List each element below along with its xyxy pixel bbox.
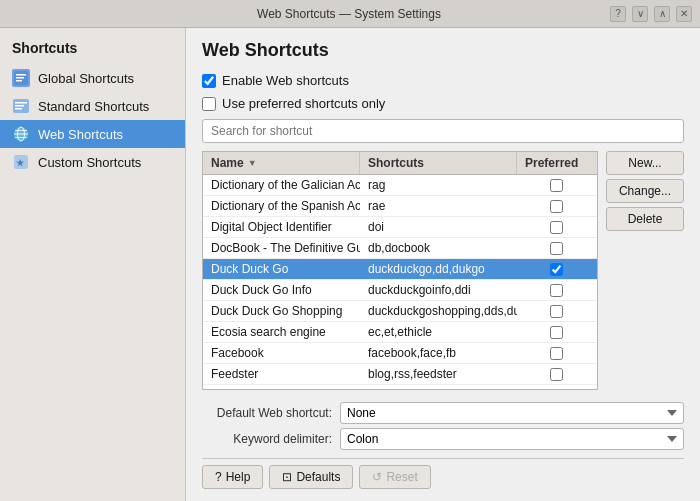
preferred-checkbox[interactable] bbox=[550, 263, 563, 276]
action-buttons: New... Change... Delete bbox=[598, 151, 684, 390]
cell-name: DocBook - The Definitive Guide bbox=[203, 238, 360, 258]
table-row[interactable]: Duck Duck Go Shoppingduckduckgoshopping,… bbox=[203, 301, 597, 322]
default-shortcut-row: Default Web shortcut: None bbox=[202, 402, 684, 424]
preferred-checkbox[interactable] bbox=[550, 389, 563, 390]
enable-web-shortcuts-label: Enable Web shortcuts bbox=[222, 73, 349, 88]
cell-name: Facebook bbox=[203, 343, 360, 363]
page-title: Web Shortcuts bbox=[202, 40, 684, 61]
preferred-shortcuts-label: Use preferred shortcuts only bbox=[222, 96, 385, 111]
change-button[interactable]: Change... bbox=[606, 179, 684, 203]
preferred-checkbox[interactable] bbox=[550, 284, 563, 297]
reset-button[interactable]: ↺ Reset bbox=[359, 465, 430, 489]
reset-icon: ↺ bbox=[372, 470, 382, 484]
table-header: Name ▼ Shortcuts Preferred bbox=[203, 152, 597, 175]
default-shortcut-select[interactable]: None bbox=[340, 402, 684, 424]
sidebar-label-standard: Standard Shortcuts bbox=[38, 99, 149, 114]
web-shortcuts-icon bbox=[12, 125, 30, 143]
delete-button[interactable]: Delete bbox=[606, 207, 684, 231]
table-area: Name ▼ Shortcuts Preferred Dictionary of… bbox=[202, 151, 684, 390]
cell-name: Duck Duck Go bbox=[203, 259, 360, 279]
preferred-checkbox[interactable] bbox=[550, 179, 563, 192]
svg-text:★: ★ bbox=[16, 158, 25, 168]
window-title: Web Shortcuts — System Settings bbox=[88, 7, 610, 21]
preferred-checkbox[interactable] bbox=[550, 326, 563, 339]
cell-shortcut: facebook,face,fb bbox=[360, 343, 517, 363]
main-window: Web Shortcuts — System Settings ? ∨ ∧ ✕ … bbox=[0, 0, 700, 501]
close-btn[interactable]: ✕ bbox=[676, 6, 692, 22]
cell-name: Dictionary of the Spanish Aca... bbox=[203, 196, 360, 216]
table-row[interactable]: Duck Duck Goduckduckgo,dd,dukgo bbox=[203, 259, 597, 280]
defaults-icon: ⊡ bbox=[282, 470, 292, 484]
table-row[interactable]: Feedsterblog,rss,feedster bbox=[203, 364, 597, 385]
titlebar: Web Shortcuts — System Settings ? ∨ ∧ ✕ bbox=[0, 0, 700, 28]
preferred-checkbox[interactable] bbox=[550, 347, 563, 360]
maximize-btn[interactable]: ∧ bbox=[654, 6, 670, 22]
cell-shortcut: doi bbox=[360, 217, 517, 237]
sidebar-label-custom: Custom Shortcuts bbox=[38, 155, 141, 170]
cell-preferred bbox=[517, 301, 597, 321]
preferred-shortcuts-row: Use preferred shortcuts only bbox=[202, 96, 684, 111]
cell-shortcut: blog,rss,feedster bbox=[360, 364, 517, 384]
standard-shortcuts-icon bbox=[12, 97, 30, 115]
delimiter-row: Keyword delimiter: Colon bbox=[202, 428, 684, 450]
cell-preferred bbox=[517, 343, 597, 363]
preferred-shortcuts-checkbox[interactable] bbox=[202, 97, 216, 111]
cell-name: Ecosia search engine bbox=[203, 322, 360, 342]
preferred-checkbox[interactable] bbox=[550, 368, 563, 381]
preferred-checkbox[interactable] bbox=[550, 305, 563, 318]
new-button[interactable]: New... bbox=[606, 151, 684, 175]
preferred-checkbox[interactable] bbox=[550, 200, 563, 213]
window-controls: ? ∨ ∧ ✕ bbox=[610, 6, 692, 22]
help-icon-char: ? bbox=[215, 470, 222, 484]
table-row[interactable]: Dictionary of the Spanish Aca...rae bbox=[203, 196, 597, 217]
bottom-section: Default Web shortcut: None Keyword delim… bbox=[202, 402, 684, 489]
sidebar-item-global[interactable]: Global Shortcuts bbox=[0, 64, 185, 92]
cell-name: Digital Object Identifier bbox=[203, 217, 360, 237]
table-row[interactable]: Facebookfacebook,face,fb bbox=[203, 343, 597, 364]
help-button[interactable]: ? Help bbox=[202, 465, 263, 489]
cell-preferred bbox=[517, 364, 597, 384]
cell-preferred bbox=[517, 322, 597, 342]
sidebar-item-custom[interactable]: ★ Custom Shortcuts bbox=[0, 148, 185, 176]
cell-name: Duck Duck Go Shopping bbox=[203, 301, 360, 321]
cell-name: Feedster bbox=[203, 364, 360, 384]
enable-web-shortcuts-checkbox[interactable] bbox=[202, 74, 216, 88]
table-row[interactable]: Flickrflickr,flkr bbox=[203, 385, 597, 389]
cell-shortcut: duckduckgoinfo,ddi bbox=[360, 280, 517, 300]
col-preferred: Preferred bbox=[517, 152, 597, 174]
table-row[interactable]: DocBook - The Definitive Guidedb,docbook bbox=[203, 238, 597, 259]
search-input[interactable] bbox=[202, 119, 684, 143]
cell-preferred bbox=[517, 280, 597, 300]
col-shortcuts: Shortcuts bbox=[360, 152, 517, 174]
cell-name: Flickr bbox=[203, 385, 360, 389]
col-name: Name ▼ bbox=[203, 152, 360, 174]
delimiter-label: Keyword delimiter: bbox=[202, 432, 332, 446]
footer-buttons: ? Help ⊡ Defaults ↺ Reset bbox=[202, 458, 684, 489]
sidebar-header: Shortcuts bbox=[0, 36, 185, 64]
table-row[interactable]: Ecosia search engineec,et,ethicle bbox=[203, 322, 597, 343]
minimize-btn[interactable]: ∨ bbox=[632, 6, 648, 22]
cell-preferred bbox=[517, 259, 597, 279]
cell-name: Duck Duck Go Info bbox=[203, 280, 360, 300]
sidebar-item-standard[interactable]: Standard Shortcuts bbox=[0, 92, 185, 120]
cell-name: Dictionary of the Galician Aca... bbox=[203, 175, 360, 195]
table-row[interactable]: Duck Duck Go Infoduckduckgoinfo,ddi bbox=[203, 280, 597, 301]
preferred-checkbox[interactable] bbox=[550, 221, 563, 234]
sidebar-label-global: Global Shortcuts bbox=[38, 71, 134, 86]
sort-arrow-name: ▼ bbox=[248, 158, 257, 168]
sidebar-item-web[interactable]: Web Shortcuts bbox=[0, 120, 185, 148]
global-shortcuts-icon bbox=[12, 69, 30, 87]
help-icon[interactable]: ? bbox=[610, 6, 626, 22]
table-body: Dictionary of the Galician Aca...ragDict… bbox=[203, 175, 597, 389]
custom-shortcuts-icon: ★ bbox=[12, 153, 30, 171]
cell-preferred bbox=[517, 238, 597, 258]
cell-shortcut: duckduckgoshopping,dds,dukgoshop bbox=[360, 301, 517, 321]
preferred-checkbox[interactable] bbox=[550, 242, 563, 255]
table-row[interactable]: Digital Object Identifierdoi bbox=[203, 217, 597, 238]
cell-shortcut: duckduckgo,dd,dukgo bbox=[360, 259, 517, 279]
defaults-button[interactable]: ⊡ Defaults bbox=[269, 465, 353, 489]
cell-shortcut: flickr,flkr bbox=[360, 385, 517, 389]
table-row[interactable]: Dictionary of the Galician Aca...rag bbox=[203, 175, 597, 196]
svg-rect-1 bbox=[16, 74, 26, 76]
delimiter-select[interactable]: Colon bbox=[340, 428, 684, 450]
